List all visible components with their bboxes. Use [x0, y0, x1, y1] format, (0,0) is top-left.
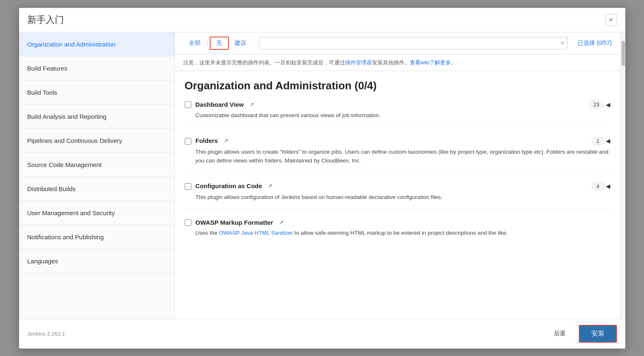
plugin-name-folders: Folders — [196, 137, 218, 144]
plugin-count-arrow-folders: ◀ — [606, 137, 610, 144]
plugin-header-left-dashboard: Dashboard View ↗ — [185, 101, 254, 108]
plugin-name-config: Configuration as Code — [196, 182, 262, 189]
sidebar-item-4[interactable]: Pipelines and Continuous Delivery — [19, 129, 174, 153]
plugin-checkbox-owasp[interactable] — [185, 219, 191, 226]
wiki-link[interactable]: 查看wiki了解更多 — [410, 59, 451, 66]
modal-header: 新手入门 × — [19, 8, 625, 32]
plugin-count-folders: 1 ◀ — [592, 137, 610, 145]
sidebar-item-1[interactable]: Build Features — [19, 56, 174, 81]
plugin-item-folders: Folders ↗ 1 ◀ This plugin allows users t… — [185, 137, 610, 173]
notice-bar: 注意，这里并未显示完整的插件列表。一旦初始安装完成后，可通过插件管理器安装其他插… — [175, 54, 620, 71]
plugin-arrow-config[interactable]: ↗ — [268, 183, 272, 189]
plugin-checkbox-config[interactable] — [185, 183, 191, 190]
main-content: 全部 | 无 建议 × 已选择 (0/57) 注意，这里并未显示完整的插件列表。… — [175, 32, 620, 319]
plugin-desc-dashboard: Customizable dashboard that can present … — [196, 111, 610, 120]
plugin-arrow-dashboard[interactable]: ↗ — [250, 101, 254, 108]
plugin-header-left-config: Configuration as Code ↗ — [185, 182, 273, 190]
plugin-count-arrow-dashboard: ◀ — [606, 101, 610, 108]
owasp-desc-after: to allow safe-seeming HTML markup to be … — [293, 230, 508, 236]
sidebar-item-6[interactable]: Distributed Builds — [19, 177, 174, 201]
tab-all[interactable]: 全部 — [183, 37, 206, 49]
notice-text-after: 。 — [451, 59, 456, 66]
selected-count: 已选择 (0/57) — [578, 39, 612, 47]
scrollbar-thumb[interactable] — [622, 41, 625, 66]
sidebar-item-3[interactable]: Build Analysis and Reporting — [19, 105, 174, 129]
install-button[interactable]: 安装 — [579, 325, 617, 343]
plugin-count-num-folders: 1 — [592, 137, 604, 145]
toolbar: 全部 | 无 建议 × 已选择 (0/57) — [175, 32, 620, 54]
plugin-desc-folders: This plugin allows users to create "fold… — [196, 147, 610, 165]
sidebar-item-2[interactable]: Build Tools — [19, 81, 174, 105]
owasp-sanitizer-link[interactable]: OWASP Java HTML Sanitizer — [219, 230, 293, 236]
footer-buttons: 后退 安装 — [547, 325, 617, 343]
plugin-checkbox-folders[interactable] — [185, 138, 191, 145]
plugin-count-config: 4 ◀ — [592, 182, 610, 190]
close-button[interactable]: × — [605, 14, 617, 26]
plugin-item-dashboard-view: Dashboard View ↗ 23 ◀ Customizable dashb… — [185, 101, 610, 128]
notice-text-before: 注意，这里并未显示完整的插件列表。一旦初始安装完成后，可通过 — [183, 59, 345, 66]
plugin-name-owasp: OWASP Markup Formatter — [196, 219, 273, 226]
plugin-header-left-folders: Folders ↗ — [185, 137, 228, 145]
jenkins-version: Jenkins 2.263.1 — [27, 331, 65, 337]
plugin-desc-config: This plugin allows configuration of Jenk… — [196, 193, 610, 202]
plugin-arrow-owasp[interactable]: ↗ — [279, 219, 284, 226]
cancel-button[interactable]: 后退 — [547, 327, 572, 341]
plugin-count-num-dashboard: 23 — [589, 101, 604, 108]
modal-dialog: 新手入门 × Organization and AdministrationBu… — [19, 8, 625, 349]
search-input[interactable] — [259, 37, 568, 49]
modal-footer: Jenkins 2.263.1 后退 安装 — [19, 319, 625, 349]
plugin-name-dashboard: Dashboard View — [196, 101, 244, 108]
search-box: × — [259, 37, 568, 49]
plugin-item-owasp: OWASP Markup Formatter ↗ Uses the OWASP … — [185, 219, 610, 245]
sidebar-item-7[interactable]: User Management and Security — [19, 201, 174, 225]
plugin-header-config: Configuration as Code ↗ 4 ◀ — [185, 182, 610, 190]
scrollbar-track[interactable] — [620, 32, 625, 319]
notice-text-middle: 安装其他插件。 — [372, 59, 410, 66]
sidebar: Organization and AdministrationBuild Fea… — [19, 32, 175, 319]
sidebar-item-8[interactable]: Notifications and Publishing — [19, 225, 174, 249]
sidebar-item-5[interactable]: Source Code Management — [19, 153, 174, 177]
plugin-header-dashboard: Dashboard View ↗ 23 ◀ — [185, 101, 610, 108]
plugin-desc-owasp: Uses the OWASP Java HTML Sanitizer to al… — [196, 228, 610, 238]
plugin-header-owasp: OWASP Markup Formatter ↗ — [185, 219, 610, 226]
sidebar-item-0[interactable]: Organization and Administration — [19, 32, 174, 56]
tab-none[interactable]: 无 — [210, 37, 229, 50]
tab-suggested[interactable]: 建议 — [229, 37, 252, 49]
plugin-header-folders: Folders ↗ 1 ◀ — [185, 137, 610, 145]
search-clear-button[interactable]: × — [561, 39, 564, 47]
plugin-count-dashboard: 23 ◀ — [589, 101, 610, 108]
sidebar-item-9[interactable]: Languages — [19, 249, 174, 273]
plugin-checkbox-dashboard[interactable] — [185, 101, 191, 108]
plugin-count-arrow-config: ◀ — [606, 183, 610, 189]
plugin-manager-link[interactable]: 插件管理器 — [345, 59, 372, 66]
plugin-count-num-config: 4 — [592, 182, 604, 190]
owasp-desc-before: Uses the — [196, 230, 219, 236]
tab-divider: | — [207, 39, 209, 47]
modal-title: 新手入门 — [27, 14, 64, 26]
modal-body: Organization and AdministrationBuild Fea… — [19, 32, 625, 319]
plugin-list: Organization and Administration (0/4) Da… — [175, 71, 620, 319]
plugin-header-left-owasp: OWASP Markup Formatter ↗ — [185, 219, 284, 226]
section-title: Organization and Administration (0/4) — [185, 79, 610, 92]
plugin-item-config-as-code: Configuration as Code ↗ 4 ◀ This plugin … — [185, 182, 610, 210]
plugin-arrow-folders[interactable]: ↗ — [224, 137, 228, 144]
